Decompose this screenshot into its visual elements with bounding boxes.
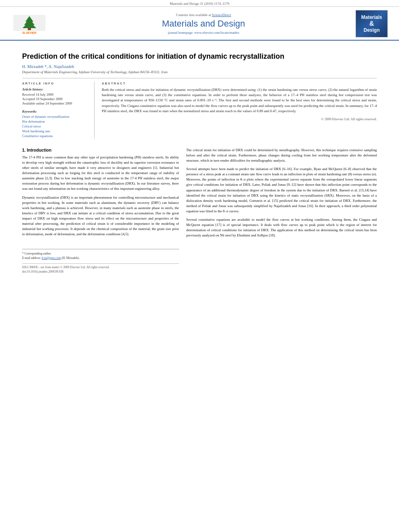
email-name: (H. Mirzadeh). [62, 256, 80, 260]
body-paragraph-2: Dynamic recrystallization (DRX) is an im… [22, 195, 179, 237]
keywords-label: Keywords: [22, 109, 89, 113]
abstract-section-title: ABSTRACT [102, 82, 377, 85]
available-date: Available online 24 September 2009 [22, 101, 89, 105]
article-info-column: ARTICLE INFO Article history: Received 1… [22, 82, 95, 139]
journal-homepage: journal homepage: www.elsevier.com/locat… [51, 31, 356, 35]
journal-title: Materials and Design [51, 18, 356, 29]
journal-header-center: Contents lists available at ScienceDirec… [51, 13, 356, 35]
article-authors: H. Mirzadeh *, A. Najafizadeh [22, 64, 377, 69]
abstract-text: Both the critical stress and strain for … [102, 87, 377, 113]
accepted-date: Accepted 19 September 2009 [22, 97, 89, 101]
body-right-paragraph-3: Several constitutive equations are avail… [186, 217, 377, 238]
copyright-line: © 2009 Elsevier Ltd. All rights reserved… [102, 117, 377, 121]
journal-header-left: ELSEVIER [7, 13, 51, 35]
body-right-column: The critical strain for initiation of DR… [186, 148, 377, 273]
body-paragraph-1: The 17-4 PH is more common than any othe… [22, 155, 179, 191]
body-left-column: 1. Introduction The 17-4 PH is more comm… [22, 148, 179, 273]
abstract-column: ABSTRACT Both the critical stress and st… [102, 82, 377, 139]
article-title: Prediction of the critical conditions fo… [22, 52, 377, 61]
journal-cover: Materials & Design [356, 10, 388, 37]
article-body: 1. Introduction The 17-4 PH is more comm… [22, 148, 377, 273]
body-right-paragraph-1: The critical strain for initiation of DR… [186, 148, 377, 163]
keywords-section: Keywords: Onset of dynamic recrystalliza… [22, 109, 89, 138]
article-meta: ARTICLE INFO Article history: Received 1… [22, 78, 377, 139]
keyword-1: Onset of dynamic recrystallization [22, 115, 89, 119]
section1-title: 1. Introduction [22, 148, 179, 152]
cover-amp: & [369, 20, 374, 27]
topbar-text: Materials and Design 31 (2010) 1174–1179 [170, 2, 229, 6]
footnote-corresponding: * Corresponding author. [22, 251, 179, 256]
topbar: Materials and Design 31 (2010) 1174–1179 [0, 0, 399, 7]
article-affiliation: Department of Materials Engineering, Isf… [22, 70, 377, 74]
bottom-bar: 0261-3069/$ – see front matter © 2009 El… [22, 263, 179, 269]
issn-text: 0261-3069/$ – see front matter © 2009 El… [22, 265, 109, 269]
sciencedirect-label: Contents lists available at [176, 13, 211, 17]
body-right-paragraph-2: Several attempts have been made to predi… [186, 166, 377, 214]
email-label: E-mail address: [22, 256, 41, 260]
doi-text: doi:10.1016/j.matdes.2009.09.038 [22, 270, 64, 273]
article-history-label: Article history: [22, 87, 89, 91]
sciencedirect-line: Contents lists available at ScienceDirec… [51, 13, 356, 17]
corresponding-label: * Corresponding author. [22, 252, 51, 255]
journal-header-right: Materials & Design [356, 10, 392, 37]
keyword-4: Work hardening rate [22, 129, 89, 133]
footer-line: * Corresponding author. E-mail address: … [22, 249, 179, 261]
cover-title-line1: Materials [361, 14, 382, 20]
svg-text:ELSEVIER: ELSEVIER [23, 31, 37, 34]
email-link[interactable]: h-m@grnx.com [42, 256, 61, 260]
keyword-2: Hot deformation [22, 119, 89, 123]
sciencedirect-link[interactable]: ScienceDirect [212, 13, 231, 17]
received-date: Received 14 July 2009 [22, 92, 89, 97]
article-container: Prediction of the critical conditions fo… [0, 41, 399, 281]
keyword-3: Critical stress [22, 124, 89, 128]
cover-title-line2: Design [364, 27, 380, 33]
svg-rect-4 [28, 28, 31, 30]
elsevier-logo: ELSEVIER [11, 13, 47, 35]
keyword-5: Constitutive equations [22, 134, 89, 138]
footnote-email: E-mail address: h-m@grnx.com (H. Mirzade… [22, 256, 179, 260]
article-info-section-title: ARTICLE INFO [22, 82, 89, 85]
journal-header: ELSEVIER Contents lists available at Sci… [0, 7, 399, 41]
